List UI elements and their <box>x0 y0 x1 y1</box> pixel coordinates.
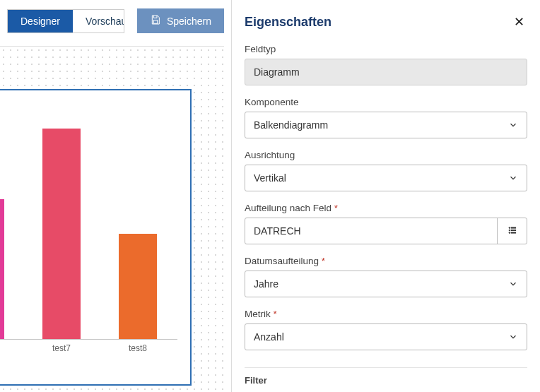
close-icon[interactable]: ✕ <box>511 13 527 31</box>
select-orientation[interactable]: Vertikal <box>245 165 527 191</box>
svg-rect-6 <box>511 232 515 232</box>
toolbar: Designer Vorschau Speichern <box>0 0 231 46</box>
svg-rect-2 <box>511 227 515 227</box>
value-datesplit: Jahre <box>254 278 278 290</box>
mode-tabs: Designer Vorschau <box>7 9 124 33</box>
value-splitby: DATRECH <box>254 225 301 237</box>
chart-xaxis: st6 test7 test8 <box>0 343 177 357</box>
field-orientation: Ausrichtung Vertikal <box>245 150 527 191</box>
label-splitby: Aufteilung nach Feld <box>245 203 527 213</box>
properties-panel: Eigenschaften ✕ Feldtyp Diagramm Kompone… <box>231 0 540 392</box>
value-orientation: Vertikal <box>254 172 286 184</box>
label-fieldtype: Feldtyp <box>245 44 527 54</box>
tab-designer[interactable]: Designer <box>8 10 73 32</box>
input-fieldtype: Diagramm <box>245 59 527 85</box>
designer-pane: Designer Vorschau Speichern 0 60 <box>0 0 231 392</box>
list-icon <box>507 225 518 237</box>
select-metric[interactable]: Anzahl <box>245 323 527 350</box>
svg-point-3 <box>509 230 510 231</box>
svg-point-5 <box>509 232 510 233</box>
bar-test7: 60 <box>42 129 81 339</box>
label-component: Komponente <box>245 97 527 107</box>
chevron-down-icon <box>508 332 518 342</box>
chevron-down-icon <box>508 279 518 289</box>
select-component[interactable]: Balkendiagramm <box>245 112 527 138</box>
label-datesplit: Datumsaufteilung <box>245 256 527 266</box>
input-splitby[interactable]: DATRECH <box>245 218 497 244</box>
save-label: Speichern <box>167 16 211 27</box>
picker-splitby: DATRECH <box>245 218 527 244</box>
tick-label: test7 <box>52 343 71 353</box>
bar-label: 30 <box>119 221 157 232</box>
properties-form: Feldtyp Diagramm Komponente Balkendiagra… <box>245 44 527 386</box>
label-orientation: Ausrichtung <box>245 150 527 160</box>
chevron-down-icon <box>508 120 518 130</box>
value-metric: Anzahl <box>254 331 284 343</box>
tab-preview[interactable]: Vorschau <box>73 10 124 32</box>
chevron-down-icon <box>508 173 518 183</box>
bar-st6: 0 <box>0 199 4 339</box>
svg-rect-4 <box>511 230 515 230</box>
select-datesplit[interactable]: Jahre <box>245 271 527 297</box>
picker-open-button[interactable] <box>497 218 527 244</box>
field-fieldtype: Feldtyp Diagramm <box>245 44 527 85</box>
bar-label: 0 <box>0 203 4 214</box>
field-splitby: Aufteilung nach Feld DATRECH <box>245 203 527 244</box>
bar-label: 60 <box>42 116 81 126</box>
panel-title: Eigenschaften <box>245 15 331 30</box>
field-datesplit: Datumsaufteilung Jahre <box>245 256 527 297</box>
bar-test8: 30 <box>119 234 157 339</box>
value-component: Balkendiagramm <box>254 119 328 131</box>
save-button[interactable]: Speichern <box>137 8 224 33</box>
save-icon <box>150 14 161 28</box>
field-component: Komponente Balkendiagramm <box>245 97 527 138</box>
svg-point-1 <box>509 227 510 228</box>
chart-widget[interactable]: 0 60 30 st6 test7 test8 <box>0 89 192 386</box>
field-metric: Metrik Anzahl <box>245 309 527 350</box>
design-canvas[interactable]: 0 60 30 st6 test7 test8 <box>0 46 224 392</box>
svg-rect-0 <box>153 20 157 24</box>
value-fieldtype: Diagramm <box>254 66 300 78</box>
tick-label: test8 <box>129 343 147 353</box>
panel-header: Eigenschaften ✕ <box>245 7 527 44</box>
chart-plot: 0 60 30 <box>0 90 177 340</box>
label-metric: Metrik <box>245 309 527 319</box>
filter-section-title: Filter <box>245 367 527 386</box>
